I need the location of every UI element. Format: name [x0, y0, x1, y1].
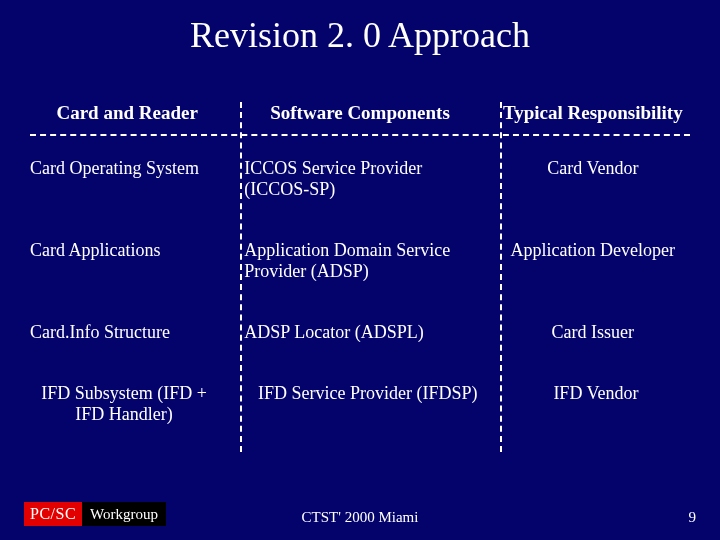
- cell: IFD Service Provider (IFDSP): [228, 383, 492, 404]
- col-header-2: Software Components: [234, 102, 485, 124]
- cell: Card.Info Structure: [30, 322, 234, 343]
- content-table: Card and Reader Software Components Typi…: [30, 102, 690, 445]
- col-header-3: Typical Responsibility: [486, 102, 690, 124]
- cell: IFD Vendor: [492, 383, 690, 404]
- cell: Card Applications: [30, 240, 234, 261]
- table-header: Card and Reader Software Components Typi…: [30, 102, 690, 130]
- page-number: 9: [689, 509, 697, 526]
- footer-text: CTST' 2000 Miami: [0, 509, 720, 526]
- col-header-1: Card and Reader: [30, 102, 234, 124]
- cell: ADSP Locator (ADSPL): [234, 322, 485, 343]
- slide: Revision 2. 0 Approach Card and Reader S…: [0, 0, 720, 540]
- table-row: Card.Info Structure ADSP Locator (ADSPL)…: [30, 302, 690, 363]
- cell: Card Vendor: [486, 158, 690, 179]
- table-row: Card Operating System ICCOS Service Prov…: [30, 130, 690, 220]
- cell: Card Operating System: [30, 158, 234, 179]
- cell: Application Developer: [486, 240, 690, 261]
- cell: Application Domain Service Provider (ADS…: [234, 240, 485, 282]
- cell: IFD Subsystem (IFD + IFD Handler): [30, 383, 228, 425]
- slide-title: Revision 2. 0 Approach: [0, 14, 720, 56]
- cell: ICCOS Service Provider (ICCOS-SP): [234, 158, 485, 200]
- table-row: Card Applications Application Domain Ser…: [30, 220, 690, 302]
- table-row: IFD Subsystem (IFD + IFD Handler) IFD Se…: [30, 363, 690, 445]
- cell: Card Issuer: [486, 322, 690, 343]
